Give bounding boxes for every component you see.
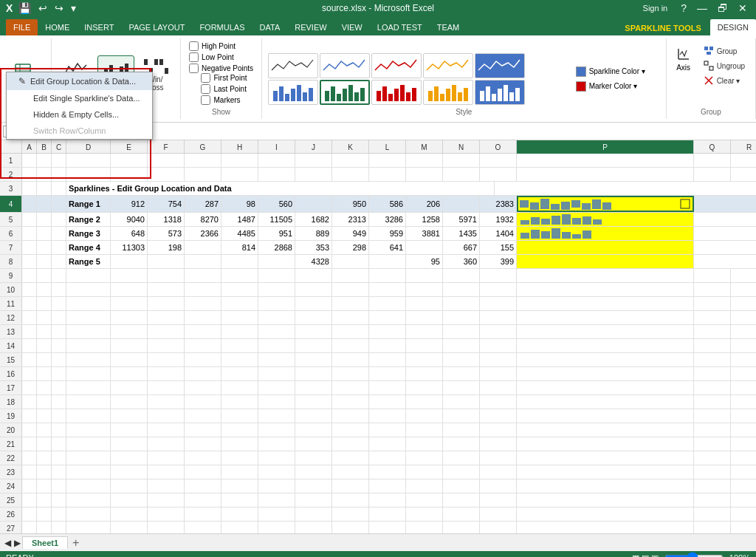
tab-team[interactable]: TEAM <box>430 19 467 35</box>
cell-F25[interactable] <box>148 493 185 507</box>
cell-B4[interactable] <box>37 196 52 212</box>
cell-G19[interactable] <box>185 409 221 423</box>
cell-L5[interactable]: 3286 <box>369 213 406 226</box>
cell-H26[interactable] <box>221 508 258 521</box>
cell-C1[interactable] <box>52 154 66 167</box>
cell-K9[interactable] <box>332 269 369 282</box>
cell-Q10[interactable] <box>694 283 731 296</box>
cell-I13[interactable] <box>258 325 295 338</box>
cell-K13[interactable] <box>332 325 369 338</box>
cell-D16[interactable] <box>66 367 111 380</box>
cell-C27[interactable] <box>52 522 66 533</box>
cell-M1[interactable] <box>406 154 443 167</box>
cell-J14[interactable] <box>295 339 332 352</box>
cell-M16[interactable] <box>406 367 443 380</box>
cell-B24[interactable] <box>37 479 52 493</box>
cell-J4[interactable] <box>295 196 332 212</box>
cell-D19[interactable] <box>66 409 111 423</box>
cell-L17[interactable] <box>369 381 406 394</box>
cell-N27[interactable] <box>443 522 480 533</box>
cell-K11[interactable] <box>332 297 369 310</box>
cell-B17[interactable] <box>37 381 52 394</box>
row-num-24[interactable]: 24 <box>0 479 22 493</box>
cell-G7[interactable] <box>185 241 221 254</box>
cell-H7[interactable]: 814 <box>221 241 258 254</box>
scroll-right-button[interactable]: ▶ <box>13 538 22 548</box>
cell-J26[interactable] <box>295 508 332 521</box>
cell-F18[interactable] <box>148 395 185 409</box>
cell-C16[interactable] <box>52 367 66 380</box>
cell-O7[interactable]: 155 <box>480 241 517 254</box>
cell-Q17[interactable] <box>694 381 731 394</box>
cell-J19[interactable] <box>295 409 332 423</box>
cell-P19[interactable] <box>517 409 694 423</box>
cell-D6[interactable]: Range 3 <box>66 227 111 240</box>
row-num-7[interactable]: 7 <box>0 241 22 254</box>
cell-N12[interactable] <box>443 311 480 324</box>
cell-H10[interactable] <box>221 283 258 296</box>
cell-C26[interactable] <box>52 508 66 521</box>
cell-I11[interactable] <box>258 297 295 310</box>
cell-N10[interactable] <box>443 283 480 296</box>
col-header-G[interactable]: G <box>185 140 221 154</box>
cell-K23[interactable] <box>332 465 369 479</box>
cell-C3[interactable] <box>52 182 66 195</box>
row-num-26[interactable]: 26 <box>0 508 22 521</box>
cell-P15[interactable] <box>517 353 694 366</box>
cell-O16[interactable] <box>480 367 517 380</box>
cell-N17[interactable] <box>443 381 480 394</box>
cell-D11[interactable] <box>66 297 111 310</box>
cell-E17[interactable] <box>111 381 148 394</box>
sheet-tab-sheet1[interactable]: Sheet1 <box>22 536 68 549</box>
cell-K16[interactable] <box>332 367 369 380</box>
cell-O25[interactable] <box>480 493 517 507</box>
cell-H27[interactable] <box>221 522 258 533</box>
cell-J23[interactable] <box>295 465 332 479</box>
dropdown-item-edit-single[interactable]: Edit Single Sparkline's Data... <box>7 90 152 106</box>
cell-M4[interactable]: 206 <box>406 196 443 212</box>
cell-E27[interactable] <box>111 522 148 533</box>
cell-N2[interactable] <box>443 168 480 181</box>
cell-O5[interactable]: 1932 <box>480 213 517 226</box>
cell-H18[interactable] <box>221 395 258 409</box>
cell-D12[interactable] <box>66 311 111 324</box>
cell-L21[interactable] <box>369 437 406 451</box>
cell-D21[interactable] <box>66 437 111 451</box>
cell-G21[interactable] <box>185 437 221 451</box>
cell-G18[interactable] <box>185 395 221 409</box>
cell-E16[interactable] <box>111 367 148 380</box>
minimize-button[interactable]: — <box>694 2 710 14</box>
cell-F12[interactable] <box>148 311 185 324</box>
cell-M9[interactable] <box>406 269 443 282</box>
row-num-5[interactable]: 5 <box>0 213 22 226</box>
cell-H21[interactable] <box>221 437 258 451</box>
cell-J9[interactable] <box>295 269 332 282</box>
markers-checkbox[interactable]: Markers <box>201 95 247 105</box>
cell-A13[interactable] <box>22 325 37 338</box>
cell-I9[interactable] <box>258 269 295 282</box>
cell-B3[interactable] <box>37 182 52 195</box>
cell-Q9[interactable] <box>694 269 731 282</box>
row-num-15[interactable]: 15 <box>0 353 22 366</box>
cell-D8[interactable]: Range 5 <box>66 255 111 268</box>
cell-K2[interactable] <box>332 168 369 181</box>
cell-P27[interactable] <box>517 522 694 533</box>
cell-F2[interactable] <box>148 168 185 181</box>
cell-F26[interactable] <box>148 508 185 521</box>
cell-I26[interactable] <box>258 508 295 521</box>
cell-N26[interactable] <box>443 508 480 521</box>
cell-E14[interactable] <box>111 339 148 352</box>
cell-P14[interactable] <box>517 339 694 352</box>
cell-Q1[interactable] <box>694 154 731 167</box>
cell-K24[interactable] <box>332 479 369 493</box>
row-num-16[interactable]: 16 <box>0 367 22 380</box>
cell-M14[interactable] <box>406 339 443 352</box>
cell-Q16[interactable] <box>694 367 731 380</box>
row-num-13[interactable]: 13 <box>0 325 22 338</box>
row-num-22[interactable]: 22 <box>0 451 22 465</box>
cell-N11[interactable] <box>443 297 480 310</box>
cell-A23[interactable] <box>22 465 37 479</box>
cell-N14[interactable] <box>443 339 480 352</box>
cell-M19[interactable] <box>406 409 443 423</box>
cell-P22[interactable] <box>517 451 694 465</box>
